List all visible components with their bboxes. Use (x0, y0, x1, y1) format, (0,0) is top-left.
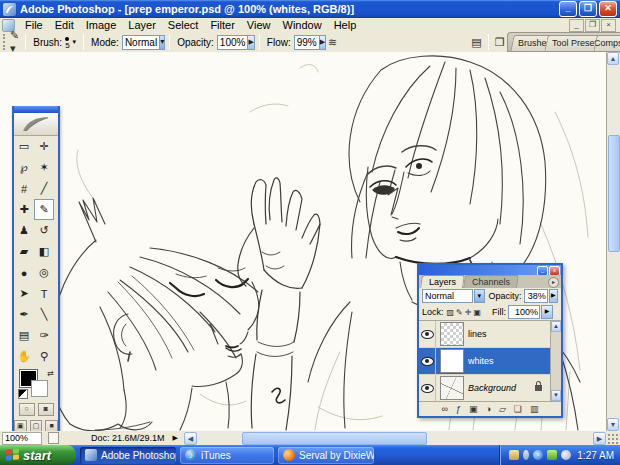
layer-row-lines[interactable]: lines (419, 321, 550, 348)
tray-ime-icon[interactable] (509, 450, 519, 460)
layers-scrollbar[interactable]: ▲ ▼ (550, 321, 561, 401)
tray-messenger-icon[interactable] (547, 450, 557, 460)
airbrush-icon[interactable]: ≋ (328, 36, 337, 49)
layer-fill-input[interactable]: 100% (508, 305, 540, 319)
scroll-up-arrow-icon[interactable]: ▲ (607, 52, 619, 65)
doc-restore-button[interactable]: ❐ (585, 19, 600, 32)
brush-dropdown-arrow-icon[interactable]: ▾ (73, 38, 77, 46)
file-browser-icon[interactable]: ▤ (471, 36, 481, 49)
palette-menu-icon[interactable]: ▸ (548, 277, 559, 288)
start-button[interactable]: start (0, 445, 76, 465)
tool-eraser[interactable]: ▰ (14, 241, 34, 262)
task-button-3[interactable]: Serval by DixieWings ... (278, 447, 374, 464)
lock-position-icon[interactable]: ✛ (465, 308, 472, 317)
tray-search-icon[interactable] (561, 450, 571, 460)
go-to-bridge-icon[interactable]: ❐ (495, 36, 505, 49)
standard-mode-button[interactable]: ○ (19, 403, 35, 416)
blend-mode-arrow-icon[interactable]: ▾ (474, 289, 485, 303)
opacity-slider-arrow-icon[interactable]: ▶ (247, 35, 254, 50)
opacity-input[interactable]: 100% (217, 35, 249, 50)
scroll-right-arrow-icon[interactable]: ▶ (593, 432, 606, 445)
close-button[interactable]: ✕ (599, 1, 617, 17)
layer-thumbnail[interactable] (440, 376, 464, 400)
well-tab-tool-presets[interactable]: Tool Presets (545, 35, 601, 51)
status-menu-arrow-icon[interactable]: ▶ (173, 434, 178, 442)
layer-row-whites[interactable]: whites (419, 348, 550, 375)
menu-help[interactable]: Help (328, 19, 363, 31)
visibility-toggle[interactable] (419, 375, 436, 401)
tool-line-shape[interactable]: ╲ (34, 304, 54, 325)
tool-lasso[interactable]: ℘ (14, 157, 34, 178)
tray-update-icon[interactable] (523, 450, 529, 460)
visibility-toggle[interactable] (419, 348, 436, 374)
tool-slice[interactable]: ╱ (34, 178, 54, 199)
link-layers-icon[interactable]: ∞ (442, 403, 448, 415)
tool-move[interactable]: ✛ (34, 136, 54, 157)
background-color-swatch[interactable] (31, 380, 48, 397)
layer-opacity-arrow-icon[interactable]: ▶ (549, 289, 558, 303)
layer-row-background[interactable]: Background (419, 375, 550, 402)
options-grip[interactable] (3, 34, 5, 50)
tool-type[interactable]: T (34, 283, 54, 304)
blend-mode-select[interactable]: Normal (422, 289, 473, 303)
layer-thumbnail[interactable] (440, 322, 464, 346)
new-group-icon[interactable]: ▱ (499, 403, 506, 415)
resize-grip[interactable] (606, 432, 620, 445)
delete-layer-icon[interactable]: ▥ (530, 403, 539, 415)
menu-view[interactable]: View (241, 19, 277, 31)
scroll-down-arrow-icon[interactable]: ▼ (607, 418, 619, 431)
tool-zoom-tool[interactable]: ⚲ (34, 346, 54, 367)
menu-file[interactable]: File (19, 19, 49, 31)
layer-thumbnail[interactable] (440, 349, 464, 373)
horizontal-scrollbar[interactable]: ◀ ▶ (184, 432, 620, 445)
tray-hide-icons-chevron-icon[interactable]: ‹ (533, 450, 543, 460)
tool-clone-stamp[interactable]: ♟ (14, 220, 34, 241)
lock-transparency-icon[interactable]: ▨ (447, 308, 455, 317)
tool-dodge[interactable]: ◎ (34, 262, 54, 283)
task-button-2[interactable]: ♪iTunes (180, 447, 274, 464)
tab-channels[interactable]: Channels (463, 275, 519, 288)
layer-opacity-input[interactable]: 38% (524, 289, 548, 303)
swap-colors-icon[interactable]: ⇄ (47, 369, 54, 378)
scroll-down-icon[interactable]: ▼ (551, 390, 561, 401)
visibility-toggle[interactable] (419, 321, 436, 347)
photoshop-feather-logo[interactable] (14, 113, 58, 136)
lock-all-icon[interactable]: ▣ (473, 308, 481, 317)
tool-blur[interactable]: ● (14, 262, 34, 283)
menu-image[interactable]: Image (80, 19, 123, 31)
flow-slider-arrow-icon[interactable]: ▶ (319, 35, 326, 50)
restore-button[interactable]: ❐ (579, 1, 597, 17)
mode-select[interactable]: Normal (122, 35, 160, 50)
tool-crop[interactable]: # (14, 178, 34, 199)
menu-filter[interactable]: Filter (204, 19, 240, 31)
default-colors-icon[interactable] (18, 389, 28, 399)
doc-close-button[interactable]: × (601, 19, 616, 32)
tool-notes[interactable]: ▤ (14, 325, 34, 346)
vertical-scrollbar[interactable]: ▲ ▼ (606, 52, 619, 431)
tool-magic-wand[interactable]: ✶ (34, 157, 54, 178)
flow-input[interactable]: 99% (294, 35, 320, 50)
tool-brush[interactable]: ✎ (34, 199, 54, 220)
brush-preset-picker[interactable]: 5 (65, 37, 69, 48)
minimize-button[interactable]: _ (559, 1, 577, 17)
toolbox-titlebar[interactable] (14, 106, 58, 113)
tool-path-selection[interactable]: ➤ (14, 283, 34, 304)
quick-mask-mode-button[interactable]: ◙ (38, 403, 54, 416)
scroll-left-arrow-icon[interactable]: ◀ (184, 432, 197, 445)
lock-pixels-icon[interactable]: ✎ (456, 308, 463, 317)
tool-eyedropper[interactable]: ✑ (34, 325, 54, 346)
vertical-scroll-thumb[interactable] (608, 135, 620, 252)
layer-fill-arrow-icon[interactable]: ▶ (541, 305, 553, 319)
task-button-1[interactable]: Adobe Photoshop - [... (80, 447, 176, 464)
layer-style-icon[interactable]: ƒ (456, 403, 461, 415)
tool-healing-brush[interactable]: ✚ (14, 199, 34, 220)
tool-gradient-paint-bucket[interactable]: ◧ (34, 241, 54, 262)
menu-layer[interactable]: Layer (122, 19, 162, 31)
menu-select[interactable]: Select (162, 19, 205, 31)
zoom-level-input[interactable]: 100% (2, 432, 42, 445)
well-tab-layer-comps[interactable]: Layer Comps (593, 35, 620, 51)
new-layer-icon[interactable]: ❏ (514, 403, 522, 415)
adjustment-layer-icon[interactable]: ◑ (486, 403, 491, 415)
menu-window[interactable]: Window (277, 19, 328, 31)
add-layer-mask-icon[interactable]: ▣ (469, 403, 478, 415)
